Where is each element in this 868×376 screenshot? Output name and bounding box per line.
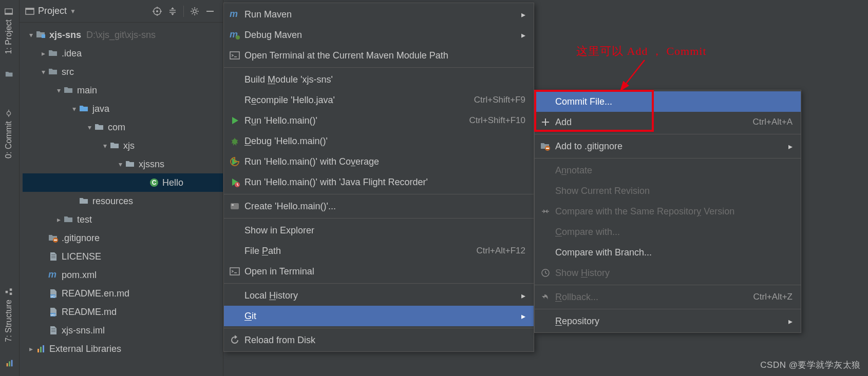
menu-debug[interactable]: Debug 'Hello.main()' — [224, 131, 534, 151]
tab-stats[interactable] — [0, 354, 20, 372]
watermark: CSDN @要学就学灰太狼 — [760, 359, 861, 371]
context-menu-git: Commit File... AddCtrl+Alt+A Add to .git… — [534, 90, 801, 333]
pane-title-text: Project — [38, 6, 67, 16]
menu-show-history: Show History — [535, 263, 801, 283]
app-icon — [228, 201, 241, 211]
menu-show-revision: Show Current Revision — [535, 181, 801, 201]
project-tree: ▾xjs-snsD:\xjs_git\xjs-sns ▸.idea ▾src ▾… — [20, 23, 223, 358]
menu-compare-same: Compare with the Same Repository Version — [535, 201, 801, 222]
left-tool-gutter: 1: Project 0: Commit 7: Structure — [0, 0, 20, 376]
terminal-icon — [228, 266, 241, 276]
menu-git[interactable]: Git▸ — [224, 306, 534, 326]
settings-button[interactable] — [187, 4, 202, 19]
menu-show-explorer[interactable]: Show in Explorer — [224, 220, 534, 241]
tree-extlib[interactable]: ▸External Libraries — [23, 340, 223, 358]
menu-create-runconfig[interactable]: Create 'Hello.main()'... — [224, 196, 534, 216]
project-pane: Project ▼ ▾xjs-snsD:\xjs_git\xjs-sns ▸.i… — [20, 0, 223, 376]
menu-repository[interactable]: Repository▸ — [535, 311, 801, 331]
menu-open-in-terminal[interactable]: Open in Terminal — [224, 261, 534, 282]
annotation-text: 这里可以 Add ， Commit — [576, 44, 707, 59]
submenu-arrow-icon: ▸ — [521, 291, 525, 301]
submenu-arrow-icon: ▸ — [521, 30, 525, 40]
coverage-icon — [228, 156, 241, 167]
submenu-arrow-icon: ▸ — [521, 311, 525, 321]
tree-license[interactable]: LICENSE — [23, 247, 223, 266]
svg-line-35 — [621, 60, 645, 89]
tree-xjssns[interactable]: ▾xjssns — [23, 155, 223, 173]
menu-recompile[interactable]: Recompile 'Hello.java'Ctrl+Shift+F9 — [224, 90, 534, 110]
tree-resources[interactable]: resources — [23, 192, 223, 210]
menu-coverage[interactable]: Run 'Hello.main()' with Coverage — [224, 151, 534, 172]
project-pane-header: Project ▼ — [20, 0, 223, 23]
terminal-icon — [228, 50, 241, 61]
menu-reload-disk[interactable]: Reload from Disk — [224, 330, 534, 350]
menu-rollback: Rollback...Ctrl+Alt+Z — [535, 287, 801, 307]
maven-icon — [228, 9, 241, 19]
plus-icon — [539, 117, 552, 127]
compare-icon — [539, 206, 552, 216]
menu-compare-with: Compare with... — [535, 222, 801, 242]
menu-open-terminal-maven[interactable]: Open Terminal at the Current Maven Modul… — [224, 45, 534, 66]
bug-icon — [228, 136, 241, 146]
tab-structure[interactable]: 7: Structure — [0, 282, 17, 347]
tree-test[interactable]: ▸test — [23, 210, 223, 229]
tree-idea[interactable]: ▸.idea — [23, 44, 223, 63]
tree-src[interactable]: ▾src — [23, 63, 223, 81]
tree-iml[interactable]: xjs-sns.iml — [23, 321, 223, 340]
menu-annotate: Annotate — [535, 160, 801, 181]
reload-icon — [228, 335, 241, 345]
menu-build-module[interactable]: Build Module 'xjs-sns' — [224, 69, 534, 90]
play-icon — [228, 115, 241, 126]
gitignore-icon — [539, 141, 552, 151]
jfr-icon — [228, 177, 241, 187]
tree-xjs[interactable]: ▾xjs — [23, 136, 223, 155]
pane-title[interactable]: Project ▼ — [25, 6, 76, 16]
tree-java[interactable]: ▾java — [23, 100, 223, 118]
tree-com[interactable]: ▾com — [23, 118, 223, 136]
menu-compare-branch[interactable]: Compare with Branch... — [535, 242, 801, 263]
tree-pom[interactable]: pom.xml — [23, 266, 223, 284]
collapse-all-button[interactable] — [165, 4, 180, 19]
tree-gitignore[interactable]: .gitignore — [23, 229, 223, 247]
context-menu-main: Run Maven▸ Debug Maven▸ Open Terminal at… — [223, 3, 534, 352]
menu-add[interactable]: AddCtrl+Alt+A — [535, 112, 801, 132]
tree-root[interactable]: ▾xjs-snsD:\xjs_git\xjs-sns — [23, 26, 223, 44]
tab-commit[interactable]: 0: Commit — [0, 104, 17, 164]
hide-button[interactable] — [202, 4, 218, 19]
locate-button[interactable] — [149, 4, 165, 19]
tree-root-path: D:\xjs_git\xjs-sns — [86, 30, 156, 41]
tree-root-label: xjs-sns — [49, 30, 81, 41]
tab-folder[interactable] — [0, 66, 19, 83]
menu-run-maven[interactable]: Run Maven▸ — [224, 4, 534, 25]
submenu-arrow-icon: ▸ — [521, 10, 525, 19]
menu-debug-maven[interactable]: Debug Maven▸ — [224, 25, 534, 45]
submenu-arrow-icon: ▸ — [788, 316, 792, 326]
tab-structure-label: 7: Structure — [4, 300, 13, 342]
maven-debug-icon — [228, 30, 241, 40]
menu-add-gitignore[interactable]: Add to .gitignore▸ — [535, 136, 801, 156]
submenu-arrow-icon: ▸ — [788, 142, 792, 151]
clock-icon — [539, 268, 552, 278]
tree-readme-en[interactable]: README.en.md — [23, 284, 223, 303]
tree-main[interactable]: ▾main — [23, 81, 223, 100]
tree-readme[interactable]: README.md — [23, 303, 223, 321]
menu-jfr[interactable]: Run 'Hello.main()' with 'Java Flight Rec… — [224, 172, 534, 192]
menu-commit-file[interactable]: Commit File... — [535, 91, 801, 112]
tab-commit-label: 0: Commit — [4, 121, 13, 159]
menu-local-history[interactable]: Local History▸ — [224, 285, 534, 306]
menu-run[interactable]: Run 'Hello.main()'Ctrl+Shift+F10 — [224, 110, 534, 131]
tab-project-label: 1: Project — [4, 19, 13, 54]
menu-file-path[interactable]: File PathCtrl+Alt+F12 — [224, 241, 534, 261]
tree-hello[interactable]: Hello — [23, 173, 223, 192]
tab-project[interactable]: 1: Project — [0, 2, 17, 60]
rollback-icon — [539, 292, 552, 302]
